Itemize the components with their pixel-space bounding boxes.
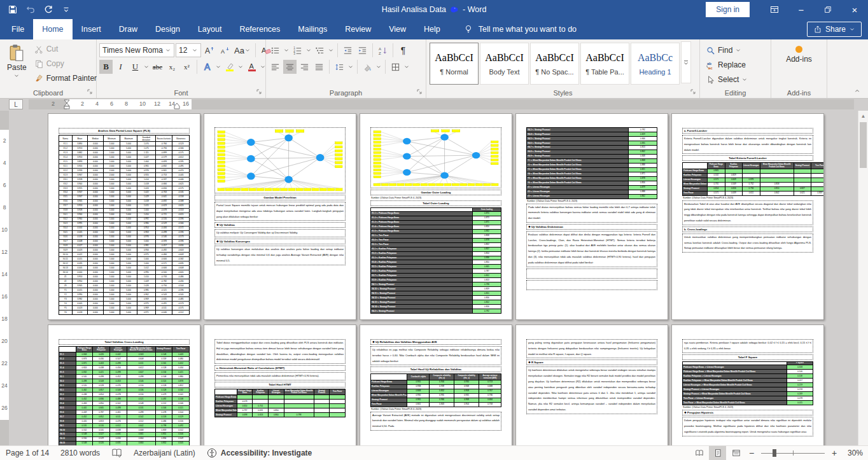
- chevron-down-icon[interactable]: [305, 47, 312, 53]
- grow-font-button[interactable]: A: [202, 43, 216, 57]
- tab-home[interactable]: Home: [33, 19, 72, 39]
- accessibility-status[interactable]: Accessibility: Investigate: [201, 448, 318, 458]
- shading-button[interactable]: [361, 60, 374, 74]
- style-nospac[interactable]: AaBbCcI¶ No Spac...: [530, 43, 579, 85]
- style-normal[interactable]: AaBbCcI¶ Normal: [430, 43, 479, 85]
- shrink-font-button[interactable]: A: [218, 43, 232, 57]
- zoom-slider[interactable]: [761, 446, 825, 460]
- underline-button[interactable]: U: [129, 60, 142, 74]
- indent-marker-icon[interactable]: [64, 99, 70, 109]
- read-mode-button[interactable]: [690, 446, 708, 460]
- document-canvas[interactable]: Analisis Data Partial Least Square (PLS)…: [0, 111, 868, 445]
- horizontal-ruler[interactable]: 2 2468101214 16: [29, 99, 854, 109]
- tab-insert[interactable]: Insert: [73, 19, 110, 39]
- chevron-down-icon[interactable]: [403, 64, 410, 70]
- paste-button[interactable]: Paste: [3, 41, 31, 81]
- italic-button[interactable]: I: [114, 60, 127, 74]
- numbering-button[interactable]: 123: [291, 43, 304, 57]
- subscript-button[interactable]: x₂: [165, 60, 179, 74]
- scroll-up-icon[interactable]: ▲: [858, 111, 868, 121]
- tell-me-box[interactable]: Tell me what you want to do: [463, 19, 577, 39]
- tab-layout[interactable]: Layout: [189, 19, 231, 39]
- zoom-in-button[interactable]: +: [829, 448, 840, 458]
- right-indent-marker-icon[interactable]: [174, 100, 180, 109]
- select-button[interactable]: Select: [704, 73, 750, 86]
- page-thumbnail-6[interactable]: Tabel Validitas Cross-LoadingFluktuasi H…: [48, 324, 200, 445]
- style-tablepa[interactable]: AaBbCcI¶ Table Pa...: [580, 43, 629, 85]
- find-button[interactable]: Find: [704, 44, 750, 57]
- tab-help[interactable]: Help: [415, 19, 449, 39]
- multilevel-list-button[interactable]: [313, 43, 326, 57]
- chevron-down-icon[interactable]: [215, 64, 221, 70]
- close-button[interactable]: ×: [841, 0, 868, 19]
- tab-design[interactable]: Design: [146, 19, 189, 39]
- bullets-button[interactable]: [269, 43, 282, 57]
- page-indicator[interactable]: Page 1 of 14: [0, 449, 55, 457]
- page-thumbnail-1[interactable]: Analisis Data Partial Least Square (PLS)…: [48, 113, 200, 320]
- page-thumbnail-5[interactable]: a. Fornell-LarckerKriteria Fornell-Larck…: [671, 113, 824, 320]
- text-effects-button[interactable]: A: [200, 60, 214, 74]
- page-thumbnail-2[interactable]: Gambar Model PenelitianPartial Least Squ…: [204, 113, 356, 320]
- change-case-button[interactable]: Aa: [233, 43, 252, 57]
- scrollbar-thumb[interactable]: [860, 122, 867, 168]
- print-layout-button[interactable]: [709, 446, 726, 460]
- chevron-down-icon[interactable]: [328, 47, 334, 53]
- minimize-button[interactable]: −: [788, 0, 815, 19]
- text-highlight-button[interactable]: [223, 60, 236, 74]
- align-left-button[interactable]: [269, 60, 282, 74]
- customize-quick-access-icon[interactable]: [57, 1, 75, 18]
- align-right-button[interactable]: [298, 60, 311, 74]
- vertical-ruler[interactable]: 2468101214161820222426: [0, 111, 9, 445]
- proofing-status[interactable]: [106, 448, 128, 458]
- undo-icon[interactable]: [22, 1, 39, 18]
- chevron-down-icon[interactable]: [283, 47, 290, 53]
- font-color-button[interactable]: A: [245, 60, 258, 74]
- replace-button[interactable]: abac Replace: [704, 59, 750, 71]
- style-heading1[interactable]: AaBbCcHeading 1: [631, 43, 680, 85]
- vertical-scrollbar[interactable]: ▲: [858, 111, 868, 445]
- tab-mailings[interactable]: Mailings: [289, 19, 336, 39]
- tab-view[interactable]: View: [380, 19, 415, 39]
- superscript-button[interactable]: x²: [180, 60, 193, 74]
- page-thumbnail-7[interactable]: Tabel diatas menggambarkan output dari c…: [204, 324, 356, 445]
- paragraph-dialog-launcher-icon[interactable]: [416, 88, 424, 96]
- page-thumbnail-8[interactable]: ❖ Uji Reliabilitas dan Validitas Menggun…: [360, 324, 512, 445]
- zoom-level[interactable]: 30%: [841, 449, 863, 457]
- decrease-indent-button[interactable]: [341, 43, 354, 57]
- sign-in-button[interactable]: Sign in: [706, 2, 750, 17]
- format-painter-button[interactable]: Format Painter: [32, 72, 99, 85]
- font-dialog-launcher-icon[interactable]: [256, 88, 263, 96]
- strikethrough-button[interactable]: abc: [151, 60, 164, 74]
- redo-icon[interactable]: [39, 1, 57, 18]
- word-count[interactable]: 2810 words: [55, 449, 106, 457]
- font-size-select[interactable]: 12: [176, 43, 201, 57]
- restore-button[interactable]: [815, 0, 841, 19]
- style-bodytext[interactable]: AaBbCcIBody Text: [480, 43, 529, 85]
- tab-stop-selector[interactable]: L: [9, 99, 23, 109]
- clipboard-dialog-launcher-icon[interactable]: [87, 88, 94, 96]
- align-center-button[interactable]: [283, 60, 297, 74]
- tab-review[interactable]: Review: [336, 19, 380, 39]
- borders-button[interactable]: [389, 60, 402, 74]
- copy-button[interactable]: Copy: [32, 57, 99, 70]
- chevron-down-icon[interactable]: [347, 64, 354, 70]
- chevron-down-icon[interactable]: [143, 64, 150, 70]
- page-thumbnail-9[interactable]: yang paling sering digunakan yaitu pengu…: [515, 324, 668, 445]
- bold-button[interactable]: B: [99, 60, 113, 74]
- page-thumbnail-4[interactable]: X4.3 <- Strategi Promosi0.792X4.4 <- Str…: [515, 113, 668, 320]
- styles-dialog-launcher-icon[interactable]: [690, 88, 697, 96]
- chevron-down-icon[interactable]: [375, 64, 382, 70]
- zoom-out-button[interactable]: −: [746, 448, 757, 458]
- justify-button[interactable]: [312, 60, 326, 74]
- styles-more-button[interactable]: [681, 41, 691, 83]
- font-name-select[interactable]: Times New Roma: [99, 43, 174, 57]
- sort-button[interactable]: AZ: [376, 43, 389, 57]
- tab-draw[interactable]: Draw: [110, 19, 146, 39]
- web-layout-button[interactable]: [727, 446, 745, 460]
- chevron-down-icon[interactable]: [260, 64, 266, 70]
- chevron-down-icon[interactable]: [237, 64, 244, 70]
- line-spacing-button[interactable]: [333, 60, 346, 74]
- zoom-slider-thumb[interactable]: [773, 449, 776, 457]
- save-icon[interactable]: [4, 1, 22, 18]
- show-paragraph-marks-button[interactable]: ¶: [396, 43, 410, 57]
